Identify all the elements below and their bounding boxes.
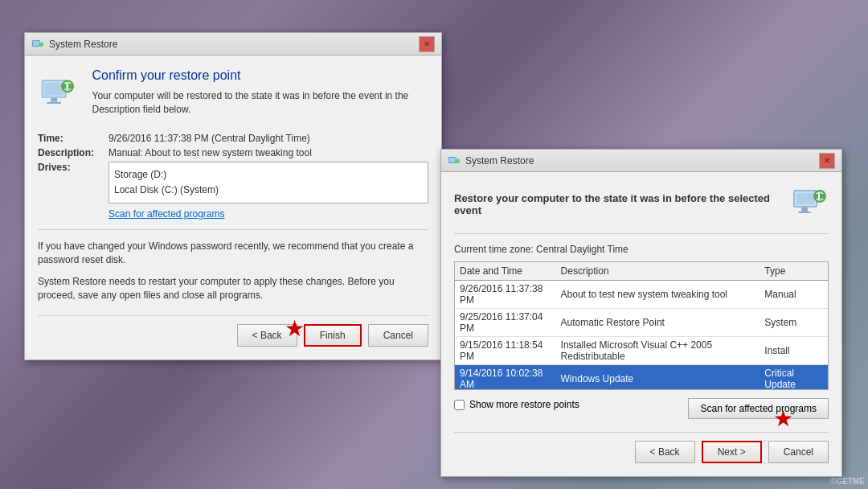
- dialog1-close-button[interactable]: ✕: [419, 36, 435, 52]
- watermark: ©GETME: [830, 477, 865, 486]
- scan-affected-link[interactable]: Scan for affected programs: [108, 208, 225, 220]
- dialog1-content: Confirm your restore point Your computer…: [25, 55, 441, 360]
- show-more-checkbox[interactable]: [454, 400, 465, 410]
- dialog2-system-restore-icon: [448, 154, 461, 167]
- description-label: Description:: [38, 147, 102, 158]
- row3-date: 9/15/2016 11:18:54 PM: [455, 337, 556, 365]
- restore-points-table: Date and Time Description Type 9/26/2016…: [455, 262, 828, 390]
- time-label: Time:: [38, 133, 102, 144]
- row4-type: Critical Update: [760, 365, 828, 391]
- svg-rect-19: [818, 193, 820, 199]
- show-more-row: Show more restore points: [454, 399, 579, 410]
- system-restore-icon: [31, 38, 44, 51]
- col-description: Description: [556, 262, 760, 281]
- table-row[interactable]: 9/26/2016 11:37:38 PM About to test new …: [455, 281, 828, 309]
- timezone-label: Current time zone: Central Daylight Time: [454, 244, 829, 255]
- dialog2-next-button[interactable]: Next >: [702, 441, 762, 463]
- dialog1-subtitle: Your computer will be restored to the st…: [92, 89, 428, 117]
- confirm-restore-dialog: System Restore ✕ Confirm your rest: [24, 32, 442, 360]
- restart-info: System Restore needs to restart your com…: [38, 275, 428, 302]
- description-row: Description: Manual: About to test new s…: [38, 147, 428, 158]
- drive-1: Storage (D:): [114, 167, 423, 183]
- dialog1-button-bar: < Back Finish Cancel: [38, 315, 428, 347]
- finish-button[interactable]: Finish: [304, 324, 362, 347]
- drives-container: Storage (D:) Local Disk (C:) (System) Sc…: [108, 162, 428, 220]
- dialog2-icon: [790, 185, 829, 224]
- drives-box: Storage (D:) Local Disk (C:) (System): [108, 162, 428, 203]
- dialog2-button-bar: < Back Next > Cancel: [454, 432, 829, 463]
- dialog2-bottom-bar: Show more restore points Scan for affect…: [454, 398, 829, 419]
- scan-affected-button[interactable]: Scan for affected programs: [688, 398, 829, 419]
- row3-type: Install: [760, 337, 828, 365]
- col-date: Date and Time: [455, 262, 556, 281]
- svg-rect-1: [33, 41, 39, 46]
- dialog1-icon: [38, 68, 80, 120]
- svg-rect-9: [66, 83, 68, 89]
- row1-desc: About to test new system tweaking tool: [556, 281, 760, 309]
- svg-rect-5: [44, 83, 63, 96]
- row1-type: Manual: [760, 281, 828, 309]
- restore-table-container[interactable]: Date and Time Description Type 9/26/2016…: [454, 261, 829, 390]
- titlebar-left: System Restore: [31, 38, 117, 51]
- drives-row: Drives: Storage (D:) Local Disk (C:) (Sy…: [38, 162, 428, 220]
- drive-2: Local Disk (C:) (System): [114, 183, 423, 198]
- svg-rect-6: [51, 98, 57, 102]
- dialog2-divider-top: [454, 233, 829, 234]
- dialog2-cancel-button[interactable]: Cancel: [768, 441, 829, 463]
- dialog1-header: Confirm your restore point Your computer…: [38, 68, 428, 120]
- table-row-selected[interactable]: 9/14/2016 10:02:38 AM Windows Update Cri…: [455, 365, 828, 391]
- dialog2-title: System Restore: [465, 155, 534, 166]
- dialog1-header-text: Confirm your restore point Your computer…: [92, 68, 428, 117]
- description-value: Manual: About to test new system tweakin…: [108, 147, 312, 158]
- row2-date: 9/25/2016 11:37:04 PM: [455, 309, 556, 337]
- col-type: Type: [760, 262, 828, 281]
- table-row[interactable]: 9/25/2016 11:37:04 PM Automatic Restore …: [455, 309, 828, 337]
- restore-select-dialog: System Restore ✕ Restore your computer t…: [440, 149, 842, 477]
- svg-rect-7: [47, 102, 61, 104]
- table-body: 9/26/2016 11:37:38 PM About to test new …: [455, 281, 828, 391]
- cancel-button[interactable]: Cancel: [368, 324, 428, 347]
- divider1: [38, 229, 428, 230]
- table-row[interactable]: 9/15/2016 11:18:54 PM Installed Microsof…: [455, 337, 828, 365]
- dialog2-header: Restore your computer to the state it wa…: [454, 185, 829, 224]
- restore-info-table: Time: 9/26/2016 11:37:38 PM (Central Day…: [38, 133, 428, 220]
- table-header: Date and Time Description Type: [455, 262, 828, 281]
- dialog1-titlebar: System Restore ✕: [25, 33, 441, 55]
- table-header-row: Date and Time Description Type: [455, 262, 828, 281]
- row3-desc: Installed Microsoft Visual C++ 2005 Redi…: [556, 337, 760, 365]
- dialog2-heading: Restore your computer to the state it wa…: [454, 192, 790, 216]
- time-value: 9/26/2016 11:37:38 PM (Central Daylight …: [108, 133, 310, 144]
- dialog1-heading: Confirm your restore point: [92, 68, 428, 83]
- dialog2-titlebar: System Restore ✕: [441, 150, 841, 172]
- row2-type: System: [760, 309, 828, 337]
- show-more-label: Show more restore points: [469, 399, 579, 410]
- row1-date: 9/26/2016 11:37:38 PM: [455, 281, 556, 309]
- password-info: If you have changed your Windows passwor…: [38, 240, 428, 267]
- dialog2-titlebar-left: System Restore: [448, 154, 534, 167]
- dialog2-close-button[interactable]: ✕: [819, 153, 835, 169]
- drives-label: Drives:: [38, 162, 102, 220]
- dialog2-content: Restore your computer to the state it wa…: [441, 172, 841, 476]
- svg-rect-11: [449, 158, 456, 162]
- svg-rect-16: [801, 208, 808, 212]
- row2-desc: Automatic Restore Point: [556, 309, 760, 337]
- dialog1-title: System Restore: [49, 39, 117, 50]
- back-button[interactable]: < Back: [237, 324, 297, 347]
- svg-rect-15: [796, 193, 814, 204]
- row4-date: 9/14/2016 10:02:38 AM: [455, 365, 556, 391]
- time-row: Time: 9/26/2016 11:37:38 PM (Central Day…: [38, 133, 428, 144]
- row4-desc: Windows Update: [556, 365, 760, 391]
- dialog2-back-button[interactable]: < Back: [635, 441, 695, 463]
- svg-rect-17: [798, 212, 811, 213]
